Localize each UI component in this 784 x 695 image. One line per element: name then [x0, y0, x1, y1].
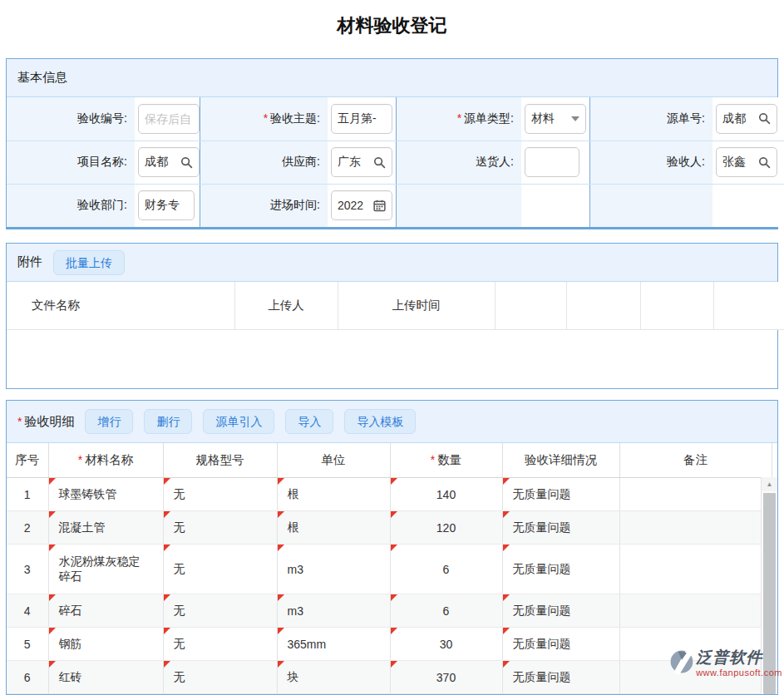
material-acceptance-page: { "page": { "title": "材料验收登记" }, "basic_…: [0, 0, 784, 695]
batch-upload-button[interactable]: 批量上传: [53, 250, 125, 275]
spec-cell[interactable]: 无: [163, 511, 277, 545]
detail-row: 2 混凝土管 无 根 120 无质量问题: [7, 511, 772, 545]
search-icon[interactable]: [758, 156, 771, 169]
source-no-box[interactable]: [716, 104, 777, 134]
status-cell[interactable]: 无质量问题: [502, 511, 619, 545]
deliverer-input[interactable]: [531, 155, 573, 169]
import-button[interactable]: 导入: [285, 409, 333, 434]
import-template-button[interactable]: 导入模板: [344, 409, 416, 434]
deliverer-box[interactable]: [525, 147, 579, 177]
acceptor-input[interactable]: [722, 155, 757, 169]
spec-cell[interactable]: 无: [163, 628, 277, 661]
supplier-box[interactable]: [331, 147, 392, 177]
details-header: *验收明细 增行 删行 源单引入 导入 导入模板: [7, 401, 777, 443]
red-corner-flag-icon: [164, 628, 170, 634]
source-no-input[interactable]: [722, 112, 757, 126]
spec-cell[interactable]: 无: [163, 545, 277, 594]
unit-cell[interactable]: m3: [277, 594, 390, 628]
detail-row: 4 碎石 无 m3 6 无质量问题: [7, 594, 772, 628]
add-row-button[interactable]: 增行: [85, 409, 133, 434]
seq-cell[interactable]: 2: [7, 511, 48, 545]
qty-cell[interactable]: 120: [390, 511, 502, 545]
red-corner-flag-icon: [49, 545, 56, 551]
basic-info-row: 验收部门: 进场时间:: [7, 184, 784, 227]
seq-cell[interactable]: 5: [7, 628, 48, 661]
unit-cell[interactable]: 根: [277, 478, 390, 511]
note-cell[interactable]: [619, 511, 772, 545]
note-cell[interactable]: [619, 545, 772, 594]
status-cell[interactable]: 无质量问题: [502, 478, 619, 511]
search-icon[interactable]: [180, 156, 193, 169]
details-header-row: 序号 *材料名称 规格型号 单位 *数量 验收详细情况 备注: [7, 443, 772, 478]
col-unit: 单位: [277, 443, 390, 478]
entry-time-box[interactable]: [331, 190, 392, 220]
deliverer-label: 送货人:: [396, 140, 521, 184]
source-import-button[interactable]: 源单引入: [203, 409, 274, 434]
material-name-cell[interactable]: 红砖: [48, 661, 163, 694]
department-box[interactable]: [138, 190, 195, 220]
status-cell[interactable]: 无质量问题: [502, 628, 619, 661]
project-name-input[interactable]: [145, 155, 179, 169]
details-table: 序号 *材料名称 规格型号 单位 *数量 验收详细情况 备注 1 球墨铸铁管 无…: [7, 443, 772, 694]
qty-cell[interactable]: 6: [390, 545, 502, 594]
arrow-up-icon[interactable]: ▲: [762, 477, 777, 491]
search-icon[interactable]: [758, 112, 771, 125]
source-type-select[interactable]: 材料: [525, 104, 586, 134]
spec-cell[interactable]: 无: [163, 594, 277, 628]
watermark-site: www.fanpusoft.com: [696, 668, 782, 678]
red-corner-flag-icon: [391, 628, 397, 634]
qty-cell[interactable]: 30: [390, 628, 502, 661]
red-corner-flag-icon: [391, 478, 397, 485]
material-name-cell[interactable]: 球墨铸铁管: [48, 478, 163, 511]
seq-cell[interactable]: 6: [7, 661, 48, 694]
note-cell[interactable]: [619, 478, 772, 511]
basic-info-header: 基本信息: [7, 59, 777, 97]
status-cell[interactable]: 无质量问题: [502, 594, 619, 628]
material-name-cell[interactable]: 水泥粉煤灰稳定碎石: [48, 545, 163, 594]
seq-cell[interactable]: 3: [7, 545, 48, 594]
spec-cell[interactable]: 无: [163, 661, 277, 694]
attachments-panel: 附件 批量上传 文件名称 上传人 上传时间: [6, 243, 778, 389]
acceptance-no-input[interactable]: [145, 112, 193, 126]
acceptance-no-box[interactable]: [138, 104, 200, 134]
seq-cell[interactable]: 4: [7, 594, 48, 628]
subject-box[interactable]: [331, 104, 392, 134]
material-name-cell[interactable]: 钢筋: [48, 628, 163, 661]
red-corner-flag-icon: [503, 594, 510, 601]
qty-cell[interactable]: 140: [390, 478, 502, 511]
unit-cell[interactable]: 块: [277, 661, 390, 694]
status-cell[interactable]: 无质量问题: [502, 545, 619, 594]
subject-label: *验收主题:: [200, 97, 328, 140]
subject-input[interactable]: [338, 112, 386, 126]
material-name-cell[interactable]: 混凝土管: [48, 511, 163, 545]
qty-cell[interactable]: 6: [390, 594, 502, 628]
seq-cell[interactable]: 1: [7, 478, 48, 511]
acceptor-box[interactable]: [716, 147, 777, 177]
red-corner-flag-icon: [278, 661, 284, 668]
col-seq: 序号: [7, 443, 48, 478]
red-corner-flag-icon: [49, 511, 56, 518]
qty-cell[interactable]: 370: [390, 661, 502, 694]
detail-row: 5 钢筋 无 365mm 30 无质量问题: [7, 628, 772, 661]
red-corner-flag-icon: [164, 594, 170, 601]
unit-cell[interactable]: m3: [277, 545, 390, 594]
spec-cell[interactable]: 无: [163, 478, 277, 511]
search-icon[interactable]: [373, 156, 386, 169]
unit-cell[interactable]: 根: [277, 511, 390, 545]
red-corner-flag-icon: [49, 628, 56, 634]
entry-time-input[interactable]: [338, 199, 372, 212]
basic-info-row: 项目名称: 供应商: 送货人: 验收人:: [7, 140, 784, 184]
col-file-name: 文件名称: [7, 282, 234, 330]
note-cell[interactable]: [619, 594, 772, 628]
project-name-box[interactable]: [138, 147, 200, 177]
status-cell[interactable]: 无质量问题: [502, 661, 619, 694]
calendar-icon[interactable]: [373, 200, 386, 212]
unit-cell[interactable]: 365mm: [277, 628, 390, 661]
attachments-header-row: 文件名称 上传人 上传时间: [7, 282, 784, 330]
delete-row-button[interactable]: 删行: [144, 409, 192, 434]
supplier-input[interactable]: [338, 155, 372, 169]
department-input[interactable]: [145, 199, 188, 212]
red-corner-flag-icon: [278, 478, 284, 485]
material-name-cell[interactable]: 碎石: [48, 594, 163, 628]
department-label: 验收部门:: [7, 184, 135, 227]
